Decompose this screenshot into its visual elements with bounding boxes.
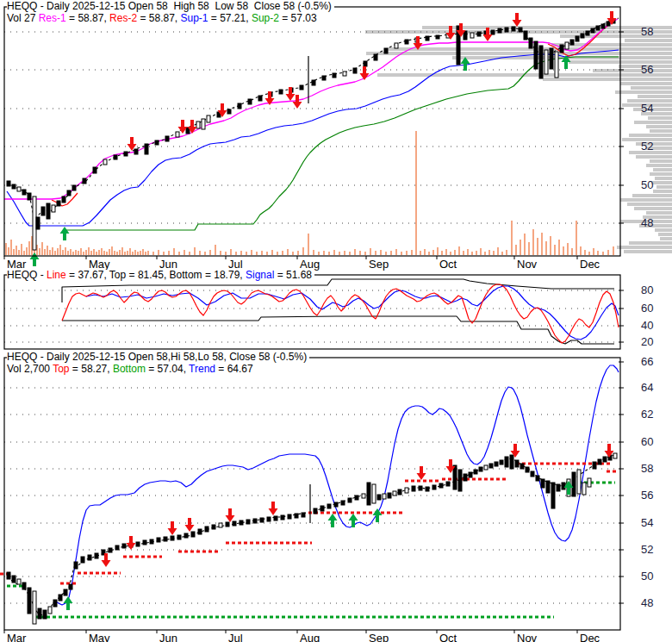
down-arrow-icon bbox=[226, 508, 235, 522]
down-arrow-icon bbox=[185, 518, 195, 532]
header-segment: = 58.27, bbox=[70, 363, 113, 375]
y-axis-label: 54 bbox=[641, 516, 653, 529]
y-axis-label: 20 bbox=[641, 335, 653, 348]
y-axis-label: 58 bbox=[641, 25, 653, 38]
charting-app-window: 585654525048MarMayJunJulAugSepOctNovDec8… bbox=[0, 0, 672, 642]
lower-candles bbox=[7, 453, 617, 624]
header-segment: HEQQ - Daily 2025-12-15 Open 58,Hi 58,Lo… bbox=[7, 351, 307, 363]
lower-series-price-trail bbox=[7, 454, 617, 615]
down-arrow-icon bbox=[417, 466, 426, 480]
y-axis-label: 64 bbox=[641, 381, 653, 394]
lower-gridlines bbox=[4, 388, 619, 603]
header-segment: = 57.04, bbox=[146, 363, 189, 375]
x-axis-label: Sep bbox=[369, 258, 389, 271]
x-axis-label: Dec bbox=[580, 258, 600, 271]
x-axis-label: Mar bbox=[7, 632, 27, 642]
x-axis-label: Nov bbox=[517, 632, 538, 642]
price-panel-header-line-2: Vol 27 Res-1 = 58.87, Res-2 = 58.87, Sup… bbox=[7, 13, 320, 24]
y-axis-label: 66 bbox=[641, 355, 653, 368]
y-axis-label: 52 bbox=[641, 140, 653, 153]
lower-arrows bbox=[64, 444, 614, 610]
header-segment: Sup-2 bbox=[252, 12, 279, 24]
lower-series-trend-blue bbox=[54, 365, 619, 605]
header-segment: = 37.67, Top = 81.45, Bottom = 18.79, bbox=[66, 269, 246, 281]
down-arrow-icon bbox=[269, 502, 278, 515]
header-segment: Line bbox=[47, 269, 66, 281]
up-arrow-icon bbox=[64, 596, 73, 610]
lower-panel-header-line-1: HEQQ - Daily 2025-12-15 Open 58,Hi 58,Lo… bbox=[7, 352, 309, 363]
x-axis-label: Dec bbox=[580, 632, 600, 642]
header-segment: = 57.21, bbox=[208, 12, 252, 24]
lower-border bbox=[4, 358, 620, 630]
lower-y-axis: 66646260585654525048 bbox=[619, 355, 653, 609]
y-axis-label: 52 bbox=[641, 543, 653, 556]
x-axis-label: May bbox=[89, 632, 110, 642]
down-arrow-icon bbox=[360, 66, 370, 80]
oscillator-series-line-red bbox=[62, 284, 619, 343]
header-segment: Res-1 bbox=[39, 12, 66, 24]
header-segment: = 64.67 bbox=[215, 363, 253, 375]
down-arrow-icon bbox=[513, 13, 522, 27]
header-segment: = 51.68 bbox=[274, 269, 312, 281]
x-axis-label: Jun bbox=[159, 632, 177, 642]
price-gridlines bbox=[4, 32, 619, 223]
oscillator-panel-header-line-1: HEQQ - Line = 37.67, Top = 81.45, Bottom… bbox=[7, 270, 314, 281]
oscillator-series-bottom-band bbox=[62, 316, 614, 344]
header-segment: = 58.87, bbox=[66, 12, 109, 24]
x-axis-label: Jul bbox=[228, 632, 243, 642]
header-segment: Top bbox=[53, 363, 69, 375]
y-axis-label: 50 bbox=[641, 178, 653, 191]
lower-series bbox=[7, 365, 619, 615]
oscillator-y-axis: 80604020 bbox=[619, 284, 653, 348]
header-segment: Vol 27 bbox=[7, 12, 39, 24]
down-arrow-icon bbox=[286, 87, 296, 101]
y-axis-label: 60 bbox=[641, 302, 653, 315]
lower-top-steps bbox=[0, 464, 617, 583]
y-axis-label: 80 bbox=[641, 284, 653, 296]
x-axis-label: Sep bbox=[369, 632, 389, 642]
price-panel-frame bbox=[4, 7, 620, 256]
lower-panel-header-line-2: Vol 2,700 Top = 58.27, Bottom = 57.04, T… bbox=[7, 364, 256, 375]
price-border bbox=[4, 7, 620, 256]
x-axis-label: Oct bbox=[439, 258, 457, 271]
header-segment: = 57.03 bbox=[279, 12, 317, 24]
oscillator-series-top-band bbox=[62, 279, 614, 302]
y-axis-label: 50 bbox=[641, 570, 653, 583]
y-axis-label: 58 bbox=[641, 462, 653, 475]
header-segment: HEQQ - bbox=[7, 269, 47, 281]
up-arrow-icon bbox=[328, 514, 338, 527]
oscillator-series bbox=[62, 279, 619, 344]
up-arrow-icon bbox=[60, 227, 70, 240]
lower-x-axis: MarMayJunJulAugSepOctNovDec bbox=[4, 630, 600, 642]
header-segment: = 58.87, bbox=[137, 12, 180, 24]
header-segment: Res-2 bbox=[109, 12, 137, 24]
price-volume-bars bbox=[5, 131, 614, 255]
header-segment: Bottom bbox=[113, 363, 146, 375]
oscillator-series-signal-blue bbox=[86, 286, 619, 340]
y-axis-label: 56 bbox=[641, 489, 653, 502]
down-arrow-icon bbox=[483, 28, 493, 41]
chart-canvas: 585654525048MarMayJunJulAugSepOctNovDec8… bbox=[0, 0, 672, 642]
down-arrow-icon bbox=[127, 536, 136, 550]
lower-panel-frame bbox=[4, 358, 620, 630]
x-axis-label: Aug bbox=[300, 632, 320, 642]
price-panel-header-line-1: HEQQ - Daily 2025-12-15 Open 58 High 58 … bbox=[7, 1, 334, 12]
header-segment: Signal bbox=[246, 269, 274, 281]
header-segment: Vol 2,700 bbox=[7, 363, 53, 375]
header-segment: Sup-1 bbox=[180, 12, 208, 24]
price-volume-profile bbox=[365, 26, 672, 253]
down-arrow-icon bbox=[293, 95, 302, 109]
y-axis-label: 48 bbox=[641, 596, 653, 609]
header-segment: Trend bbox=[189, 363, 215, 375]
x-axis-label: Oct bbox=[439, 632, 457, 642]
up-arrow-icon bbox=[373, 508, 383, 522]
down-arrow-icon bbox=[168, 521, 177, 535]
y-axis-label: 62 bbox=[641, 408, 653, 421]
x-axis-label: Nov bbox=[517, 258, 538, 271]
up-arrow-icon bbox=[349, 514, 358, 527]
y-axis-label: 48 bbox=[641, 216, 653, 229]
y-axis-label: 56 bbox=[641, 63, 653, 76]
y-axis-label: 40 bbox=[641, 319, 653, 332]
y-axis-label: 60 bbox=[641, 435, 653, 448]
y-axis-label: 54 bbox=[641, 102, 653, 115]
